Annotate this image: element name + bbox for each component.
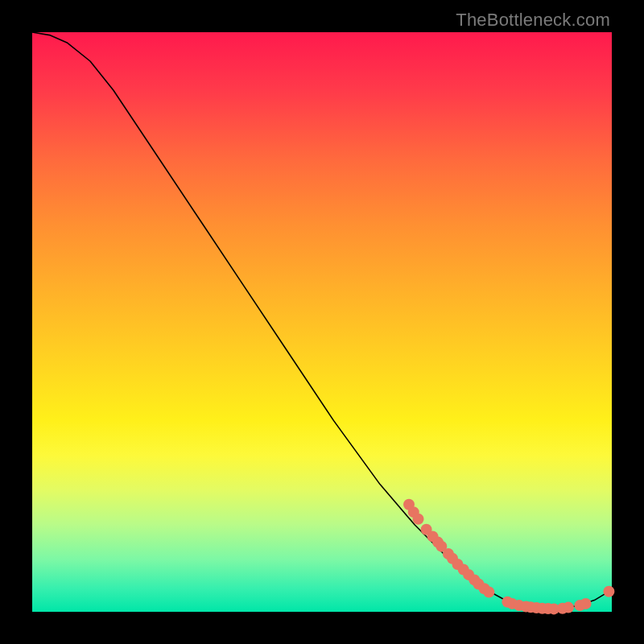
data-marker — [580, 598, 592, 609]
bottleneck-curve — [32, 32, 612, 609]
attribution-label: TheBottleneck.com — [456, 10, 610, 31]
chart-frame: TheBottleneck.com — [0, 0, 644, 644]
data-marker — [563, 602, 574, 613]
data-marker — [603, 586, 614, 597]
data-markers — [403, 499, 614, 615]
data-marker — [413, 514, 424, 525]
data-marker — [483, 587, 494, 598]
chart-svg — [32, 32, 612, 612]
